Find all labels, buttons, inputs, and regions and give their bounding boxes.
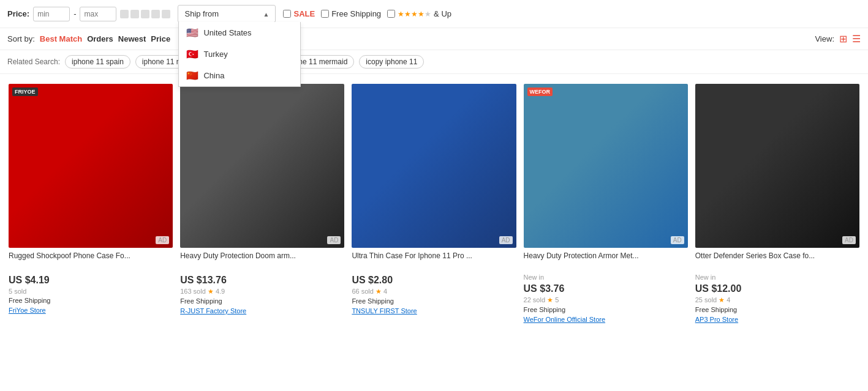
product-meta-5: 25 sold ★ 4: [695, 296, 859, 304]
product-image-2: AD: [180, 84, 344, 248]
product-img-placeholder-5: [695, 84, 859, 248]
rating-filter[interactable]: ★★★★★ & Up: [387, 9, 451, 18]
grid-view-icon[interactable]: ⊞: [839, 33, 847, 45]
ad-badge-1: AD: [156, 236, 169, 244]
ad-badge-5: AD: [842, 236, 856, 244]
ad-badge-3: AD: [499, 236, 513, 244]
new-in-5: New in: [695, 274, 859, 281]
free-shipping-checkbox[interactable]: [321, 10, 329, 18]
product-card-2[interactable]: AD Heavy Duty Protection Doom arm... US …: [176, 80, 348, 327]
china-label: China: [203, 71, 224, 80]
sale-label: SALE: [293, 9, 315, 18]
product-meta-1: 5 sold: [9, 288, 173, 295]
product-card-1[interactable]: FRIYOE AD Rugged Shockpoof Phone Case Fo…: [5, 80, 176, 327]
tag-icopy-iphone11[interactable]: icopy iphone 11: [359, 55, 424, 69]
price-label: Price:: [7, 9, 29, 18]
filter-bar: Price: - Ship from 🇺🇸 United States 🇹🇷 T…: [0, 0, 868, 28]
and-up-label: & Up: [434, 9, 451, 18]
store-link-1[interactable]: FriYoe Store: [9, 307, 173, 314]
free-shipping-4: Free Shipping: [524, 306, 688, 313]
us-flag-icon: 🇺🇸: [186, 27, 198, 39]
ship-from-trigger[interactable]: Ship from: [178, 6, 275, 22]
view-label: View:: [815, 34, 834, 43]
chevron-up-icon: [263, 9, 270, 18]
product-image-4: WEFOR AD: [524, 84, 688, 248]
stars-icon: ★★★★★: [398, 10, 431, 18]
product-img-placeholder-4: [524, 84, 688, 248]
product-title-3: Ultra Thin Case For Iphone 11 Pro ...: [352, 251, 516, 272]
product-card-5[interactable]: AD Otter Defender Series Box Case fo... …: [692, 80, 863, 327]
product-img-placeholder-2: [180, 84, 344, 248]
turkey-flag-icon: 🇹🇷: [186, 48, 198, 60]
product-card-4[interactable]: WEFOR AD Heavy Duty Protection Armor Met…: [520, 80, 692, 327]
store-link-4[interactable]: WeFor Online Official Store: [524, 316, 688, 323]
list-view-icon[interactable]: ☰: [852, 33, 861, 45]
related-search: Related Search: iphone 11 spain iphone 1…: [0, 50, 868, 74]
product-image-3: AD: [352, 84, 516, 248]
products-grid: FRIYOE AD Rugged Shockpoof Phone Case Fo…: [0, 74, 868, 333]
sort-orders[interactable]: Orders: [87, 34, 113, 43]
sort-label: Sort by:: [7, 34, 35, 43]
product-card-3[interactable]: AD Ultra Thin Case For Iphone 11 Pro ...…: [348, 80, 519, 327]
free-shipping-1: Free Shipping: [9, 297, 173, 304]
product-image-5: AD: [695, 84, 859, 248]
product-title-2: Heavy Duty Protection Doom arm...: [180, 251, 344, 272]
ship-from-label: Ship from: [184, 9, 219, 18]
product-price-4: US $3.76: [524, 283, 688, 294]
wefor-badge: WEFOR: [527, 88, 553, 96]
store-link-3[interactable]: TNSULY FIRST Store: [352, 307, 516, 315]
product-meta-4: 22 sold ★ 5: [524, 296, 688, 304]
product-image-1: FRIYOE AD: [9, 84, 173, 248]
ship-from-turkey[interactable]: 🇹🇷 Turkey: [179, 43, 300, 65]
product-title-4: Heavy Duty Protection Armor Met...: [524, 251, 688, 272]
product-meta-2: 163 sold ★ 4.9: [180, 288, 344, 296]
friyoe-badge: FRIYOE: [12, 88, 38, 96]
product-img-placeholder-1: [9, 84, 173, 248]
sale-checkbox[interactable]: [283, 10, 291, 18]
sale-filter[interactable]: SALE: [283, 9, 315, 18]
free-shipping-3: Free Shipping: [352, 297, 516, 305]
product-price-2: US $13.76: [180, 275, 344, 286]
store-link-2[interactable]: R-JUST Factory Store: [180, 307, 344, 315]
sort-newest[interactable]: Newest: [118, 34, 146, 43]
ad-badge-4: AD: [671, 236, 684, 244]
us-label: United States: [203, 28, 251, 37]
price-min-input[interactable]: [33, 7, 70, 21]
free-shipping-5: Free Shipping: [695, 306, 859, 313]
free-shipping-label: Free Shipping: [331, 9, 381, 18]
store-link-5[interactable]: AP3 Pro Store: [695, 316, 859, 323]
product-price-1: US $4.19: [9, 275, 173, 286]
product-title-1: Rugged Shockpoof Phone Case Fo...: [9, 251, 173, 272]
china-flag-icon: 🇨🇳: [186, 70, 198, 81]
product-img-placeholder-3: [352, 84, 516, 248]
view-section: View: ⊞ ☰: [815, 33, 861, 45]
price-slider[interactable]: [120, 10, 170, 18]
tag-iphone11-spain[interactable]: iphone 11 spain: [65, 55, 130, 69]
sort-bar: Sort by: Best Match Orders Newest Price …: [0, 28, 868, 50]
ship-from-dropdown[interactable]: Ship from 🇺🇸 United States 🇹🇷 Turkey 🇨🇳 …: [178, 5, 276, 23]
new-in-4: New in: [524, 274, 688, 281]
price-dash: -: [74, 9, 76, 18]
turkey-label: Turkey: [203, 50, 227, 59]
free-shipping-filter[interactable]: Free Shipping: [321, 9, 381, 18]
product-meta-3: 66 sold ★ 4: [352, 288, 516, 296]
sort-best-match[interactable]: Best Match: [40, 34, 82, 43]
ship-from-menu: 🇺🇸 United States 🇹🇷 Turkey 🇨🇳 China: [178, 22, 301, 87]
product-title-5: Otter Defender Series Box Case fo...: [695, 251, 859, 272]
product-price-3: US $2.80: [352, 275, 516, 286]
free-shipping-2: Free Shipping: [180, 297, 344, 305]
ship-from-us[interactable]: 🇺🇸 United States: [179, 22, 300, 43]
sort-price[interactable]: Price: [151, 34, 170, 43]
rating-checkbox[interactable]: [387, 10, 395, 18]
related-label: Related Search:: [7, 58, 60, 66]
ad-badge-2: AD: [327, 236, 341, 244]
price-filter: Price: -: [7, 7, 170, 21]
ship-from-china[interactable]: 🇨🇳 China: [179, 65, 300, 86]
product-price-5: US $12.00: [695, 283, 859, 294]
filter-checks: SALE Free Shipping ★★★★★ & Up: [283, 9, 451, 18]
price-max-input[interactable]: [80, 7, 116, 21]
